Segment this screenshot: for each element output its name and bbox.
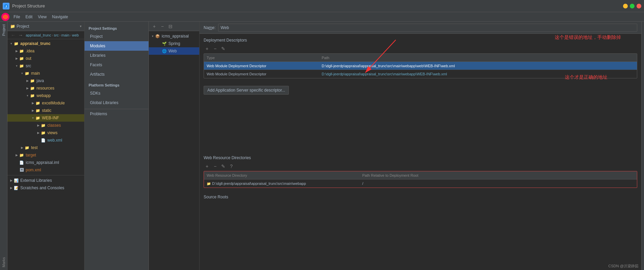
tree-external-libs[interactable]: ▶ 📊 External Libraries (7, 177, 84, 184)
tree-test[interactable]: ▶ 📁 test (7, 144, 84, 151)
out-folder-icon: 📁 (19, 56, 24, 61)
breadcrumb-src[interactable]: src (54, 33, 59, 37)
close-button[interactable] (637, 4, 641, 8)
source-roots-title: Source Roots (204, 195, 637, 199)
add-descriptor-button[interactable]: + (204, 45, 210, 52)
expand-main-icon[interactable]: ▾ (20, 71, 24, 76)
add-server-button[interactable]: Add Application Server specific descript… (204, 86, 289, 95)
tree-pomxml[interactable]: ▶ 🅼 pom.xml (7, 166, 84, 174)
tree-webinf[interactable]: ▾ 📁 WEB-INF (7, 114, 84, 122)
app-icon: J (3, 3, 9, 9)
add-wr-button[interactable]: + (204, 163, 210, 170)
expand-ext-icon[interactable]: ▶ (9, 178, 14, 183)
module-web[interactable]: ▶ 🌐 Web (149, 47, 199, 55)
java-label: java (37, 78, 44, 83)
tree-out[interactable]: ▶ 📁 out (7, 55, 84, 62)
static-folder-icon: 📁 (35, 108, 41, 113)
root-folder-icon: 📁 (14, 41, 19, 46)
webinf-label: WEB-INF (42, 116, 59, 120)
expand-java-icon[interactable]: ▶ (25, 78, 30, 83)
tree-scratches[interactable]: ▶ 📝 Scratches and Consoles (7, 184, 84, 192)
expand-scratches-icon[interactable]: ▶ (9, 186, 14, 190)
static-label: static (42, 108, 51, 113)
expand-webapp-icon[interactable]: ▾ (25, 93, 30, 98)
iml-icon: 📄 (19, 160, 24, 165)
expand-target-icon[interactable]: ▶ (14, 153, 19, 157)
expand-test-icon[interactable]: ▶ (20, 145, 24, 150)
menu-view[interactable]: View (35, 14, 49, 20)
remove-descriptor-button[interactable]: − (212, 45, 218, 52)
expand-module-root-icon[interactable]: ▾ (150, 34, 155, 39)
module-root[interactable]: ▾ 📦 icms_appraisal (149, 32, 199, 40)
edit-wr-button[interactable]: ✎ (220, 163, 227, 170)
side-tab-project[interactable]: Project (1, 22, 7, 39)
name-label: Name: (204, 25, 215, 30)
tree-main[interactable]: ▾ 📁 main (7, 70, 84, 77)
expand-src-icon[interactable]: ▾ (14, 64, 19, 68)
minimize-button[interactable] (623, 4, 628, 8)
expand-views-icon[interactable]: ▶ (36, 130, 41, 135)
breadcrumb-web[interactable]: web (72, 33, 79, 37)
settings-problems[interactable]: Problems (85, 109, 148, 119)
out-label: out (26, 56, 31, 61)
breadcrumb-main[interactable]: main (61, 33, 69, 37)
expand-excel-icon[interactable]: ▶ (30, 101, 35, 105)
expand-classes-icon[interactable]: ▶ (36, 123, 41, 128)
pom-icon: 🅼 (19, 167, 24, 173)
tree-static[interactable]: ▶ 📁 static (7, 107, 84, 114)
side-tab-marks[interactable]: Marks (1, 254, 7, 270)
views-label: views (47, 130, 58, 135)
edit-descriptor-button[interactable]: ✎ (220, 45, 227, 52)
expand-idea-icon[interactable]: ▶ (14, 49, 19, 53)
window-controls[interactable] (623, 4, 641, 8)
tree-idea[interactable]: ▶ 📁 .idea (7, 47, 84, 55)
settings-global-libraries[interactable]: Global Libraries (85, 98, 148, 107)
tree-resources[interactable]: ▶ 📁 resources (7, 84, 84, 92)
tree-src[interactable]: ▾ 📁 src (7, 62, 84, 70)
add-module-button[interactable]: + (151, 23, 158, 30)
deployment-row-1[interactable]: Web Module Deployment Descriptor D:\dgll… (204, 62, 637, 70)
webinf-folder-icon: 📁 (35, 115, 41, 121)
settings-project[interactable]: Project (85, 32, 148, 41)
expand-resources-icon[interactable]: ▶ (25, 86, 30, 91)
module-spring[interactable]: ▶ 🌱 Spring (149, 40, 199, 47)
tree-classes[interactable]: ▶ 📁 classes (7, 122, 84, 129)
tree-root[interactable]: ▾ 📁 appraisal_trunc (7, 40, 84, 47)
chevron-down-icon[interactable]: ▾ (80, 24, 82, 28)
settings-libraries[interactable]: Libraries (85, 51, 148, 60)
wr-path-header: Path Relative to Deployment Root (360, 173, 637, 177)
tree-webapp[interactable]: ▾ 📁 webapp (7, 92, 84, 99)
expand-root-icon[interactable]: ▾ (9, 41, 14, 46)
settings-facets[interactable]: Facets (85, 60, 148, 70)
expand-module-button[interactable]: ⊟ (167, 23, 174, 30)
menu-navigate[interactable]: Navigate (49, 14, 71, 20)
tree-webxml[interactable]: ▶ 📄 web.xml (7, 137, 84, 144)
wr-row-1[interactable]: 📁 D:\dgll-jeerdp\appraisal\appraisal_tru… (204, 179, 637, 188)
breadcrumb-appraisal[interactable]: appraisal_trunc (26, 33, 51, 37)
tree-java[interactable]: ▶ 📁 java (7, 77, 84, 84)
svg-marker-2 (3, 15, 8, 19)
remove-wr-button[interactable]: − (212, 163, 218, 170)
project-settings-title: Project Settings (85, 24, 148, 32)
menu-edit[interactable]: Edit (23, 14, 35, 20)
module-list: ▾ 📦 icms_appraisal ▶ 🌱 Spring ▶ 🌐 Web (149, 31, 199, 270)
tree-target[interactable]: ▶ 📁 target (7, 151, 84, 159)
tree-excel[interactable]: ▶ 📁 excelModule (7, 99, 84, 107)
remove-module-button[interactable]: − (159, 23, 166, 30)
expand-static-icon[interactable]: ▶ (30, 108, 35, 113)
name-input[interactable] (218, 24, 637, 32)
settings-modules[interactable]: Modules (85, 41, 148, 51)
webxml-icon: 📄 (41, 138, 46, 143)
module-root-icon: 📦 (155, 33, 160, 39)
tree-iml[interactable]: ▶ 📄 icms_appraisal.iml (7, 159, 84, 166)
settings-artifacts[interactable]: Artifacts (85, 70, 148, 79)
menu-file[interactable]: File (11, 14, 23, 20)
forward-icon[interactable]: → (18, 32, 24, 38)
expand-out-icon[interactable]: ▶ (14, 56, 19, 61)
maximize-button[interactable] (630, 4, 635, 8)
settings-sdks[interactable]: SDKs (85, 89, 148, 98)
help-wr-button[interactable]: ? (228, 163, 235, 170)
tree-views[interactable]: ▶ 📁 views (7, 129, 84, 137)
expand-webinf-icon[interactable]: ▾ (30, 116, 35, 120)
back-icon[interactable]: ← (10, 32, 16, 38)
